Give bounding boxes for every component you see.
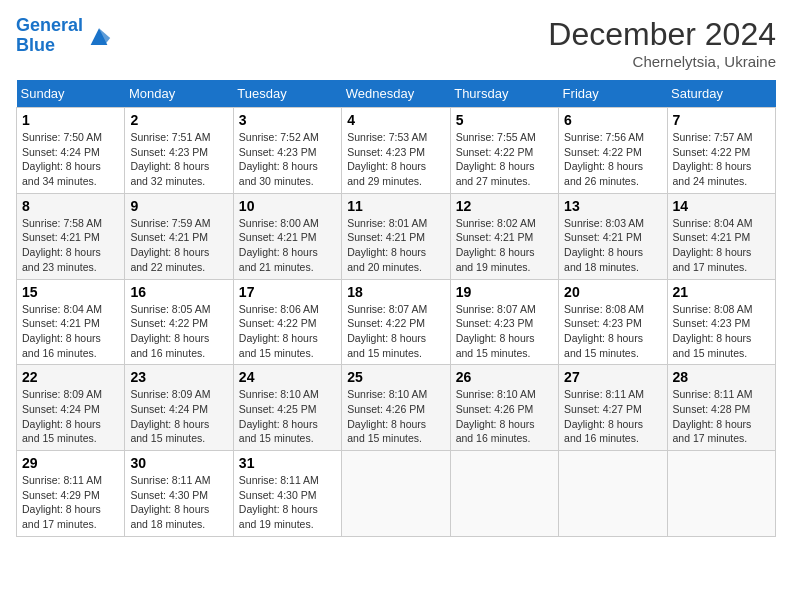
cell-info: Sunrise: 7:53 AMSunset: 4:23 PMDaylight:… (347, 130, 444, 189)
calendar-cell: 16Sunrise: 8:05 AMSunset: 4:22 PMDayligh… (125, 279, 233, 365)
day-number: 19 (456, 284, 553, 300)
calendar-table: SundayMondayTuesdayWednesdayThursdayFrid… (16, 80, 776, 537)
calendar-cell: 31Sunrise: 8:11 AMSunset: 4:30 PMDayligh… (233, 451, 341, 537)
calendar-cell: 13Sunrise: 8:03 AMSunset: 4:21 PMDayligh… (559, 193, 667, 279)
calendar-cell: 27Sunrise: 8:11 AMSunset: 4:27 PMDayligh… (559, 365, 667, 451)
calendar-cell: 18Sunrise: 8:07 AMSunset: 4:22 PMDayligh… (342, 279, 450, 365)
header: General Blue December 2024 Chernelytsia,… (16, 16, 776, 70)
cell-info: Sunrise: 7:52 AMSunset: 4:23 PMDaylight:… (239, 130, 336, 189)
calendar-cell (559, 451, 667, 537)
logo-text: General Blue (16, 16, 83, 56)
day-number: 13 (564, 198, 661, 214)
day-number: 4 (347, 112, 444, 128)
calendar-cell: 22Sunrise: 8:09 AMSunset: 4:24 PMDayligh… (17, 365, 125, 451)
calendar-cell (450, 451, 558, 537)
month-title: December 2024 (548, 16, 776, 53)
day-number: 10 (239, 198, 336, 214)
day-number: 21 (673, 284, 770, 300)
logo-blue: Blue (16, 35, 55, 55)
cell-info: Sunrise: 8:06 AMSunset: 4:22 PMDaylight:… (239, 302, 336, 361)
week-row-5: 29Sunrise: 8:11 AMSunset: 4:29 PMDayligh… (17, 451, 776, 537)
header-monday: Monday (125, 80, 233, 108)
calendar-cell: 11Sunrise: 8:01 AMSunset: 4:21 PMDayligh… (342, 193, 450, 279)
day-number: 16 (130, 284, 227, 300)
calendar-cell: 26Sunrise: 8:10 AMSunset: 4:26 PMDayligh… (450, 365, 558, 451)
cell-info: Sunrise: 8:03 AMSunset: 4:21 PMDaylight:… (564, 216, 661, 275)
cell-info: Sunrise: 7:51 AMSunset: 4:23 PMDaylight:… (130, 130, 227, 189)
calendar-cell: 9Sunrise: 7:59 AMSunset: 4:21 PMDaylight… (125, 193, 233, 279)
day-number: 30 (130, 455, 227, 471)
cell-info: Sunrise: 7:59 AMSunset: 4:21 PMDaylight:… (130, 216, 227, 275)
cell-info: Sunrise: 8:04 AMSunset: 4:21 PMDaylight:… (673, 216, 770, 275)
cell-info: Sunrise: 8:09 AMSunset: 4:24 PMDaylight:… (22, 387, 119, 446)
header-row: SundayMondayTuesdayWednesdayThursdayFrid… (17, 80, 776, 108)
cell-info: Sunrise: 8:11 AMSunset: 4:30 PMDaylight:… (239, 473, 336, 532)
cell-info: Sunrise: 8:05 AMSunset: 4:22 PMDaylight:… (130, 302, 227, 361)
day-number: 20 (564, 284, 661, 300)
logo-general: General (16, 15, 83, 35)
calendar-cell (667, 451, 775, 537)
cell-info: Sunrise: 7:57 AMSunset: 4:22 PMDaylight:… (673, 130, 770, 189)
cell-info: Sunrise: 8:08 AMSunset: 4:23 PMDaylight:… (564, 302, 661, 361)
day-number: 26 (456, 369, 553, 385)
day-number: 22 (22, 369, 119, 385)
cell-info: Sunrise: 8:08 AMSunset: 4:23 PMDaylight:… (673, 302, 770, 361)
cell-info: Sunrise: 8:10 AMSunset: 4:25 PMDaylight:… (239, 387, 336, 446)
calendar-cell: 23Sunrise: 8:09 AMSunset: 4:24 PMDayligh… (125, 365, 233, 451)
title-area: December 2024 Chernelytsia, Ukraine (548, 16, 776, 70)
calendar-cell: 20Sunrise: 8:08 AMSunset: 4:23 PMDayligh… (559, 279, 667, 365)
day-number: 18 (347, 284, 444, 300)
week-row-3: 15Sunrise: 8:04 AMSunset: 4:21 PMDayligh… (17, 279, 776, 365)
week-row-1: 1Sunrise: 7:50 AMSunset: 4:24 PMDaylight… (17, 108, 776, 194)
cell-info: Sunrise: 8:10 AMSunset: 4:26 PMDaylight:… (456, 387, 553, 446)
day-number: 29 (22, 455, 119, 471)
header-sunday: Sunday (17, 80, 125, 108)
calendar-cell: 30Sunrise: 8:11 AMSunset: 4:30 PMDayligh… (125, 451, 233, 537)
cell-info: Sunrise: 8:11 AMSunset: 4:28 PMDaylight:… (673, 387, 770, 446)
location: Chernelytsia, Ukraine (548, 53, 776, 70)
logo: General Blue (16, 16, 113, 56)
cell-info: Sunrise: 8:10 AMSunset: 4:26 PMDaylight:… (347, 387, 444, 446)
calendar-cell: 4Sunrise: 7:53 AMSunset: 4:23 PMDaylight… (342, 108, 450, 194)
calendar-cell: 29Sunrise: 8:11 AMSunset: 4:29 PMDayligh… (17, 451, 125, 537)
day-number: 11 (347, 198, 444, 214)
calendar-cell: 10Sunrise: 8:00 AMSunset: 4:21 PMDayligh… (233, 193, 341, 279)
calendar-cell: 3Sunrise: 7:52 AMSunset: 4:23 PMDaylight… (233, 108, 341, 194)
week-row-4: 22Sunrise: 8:09 AMSunset: 4:24 PMDayligh… (17, 365, 776, 451)
cell-info: Sunrise: 7:50 AMSunset: 4:24 PMDaylight:… (22, 130, 119, 189)
calendar-cell: 12Sunrise: 8:02 AMSunset: 4:21 PMDayligh… (450, 193, 558, 279)
calendar-cell: 19Sunrise: 8:07 AMSunset: 4:23 PMDayligh… (450, 279, 558, 365)
day-number: 8 (22, 198, 119, 214)
calendar-cell: 14Sunrise: 8:04 AMSunset: 4:21 PMDayligh… (667, 193, 775, 279)
calendar-cell: 5Sunrise: 7:55 AMSunset: 4:22 PMDaylight… (450, 108, 558, 194)
calendar-cell: 2Sunrise: 7:51 AMSunset: 4:23 PMDaylight… (125, 108, 233, 194)
cell-info: Sunrise: 8:04 AMSunset: 4:21 PMDaylight:… (22, 302, 119, 361)
day-number: 15 (22, 284, 119, 300)
day-number: 23 (130, 369, 227, 385)
calendar-cell: 24Sunrise: 8:10 AMSunset: 4:25 PMDayligh… (233, 365, 341, 451)
cell-info: Sunrise: 8:11 AMSunset: 4:29 PMDaylight:… (22, 473, 119, 532)
day-number: 6 (564, 112, 661, 128)
calendar-cell (342, 451, 450, 537)
cell-info: Sunrise: 8:00 AMSunset: 4:21 PMDaylight:… (239, 216, 336, 275)
day-number: 24 (239, 369, 336, 385)
cell-info: Sunrise: 7:55 AMSunset: 4:22 PMDaylight:… (456, 130, 553, 189)
cell-info: Sunrise: 8:02 AMSunset: 4:21 PMDaylight:… (456, 216, 553, 275)
calendar-cell: 1Sunrise: 7:50 AMSunset: 4:24 PMDaylight… (17, 108, 125, 194)
cell-info: Sunrise: 8:01 AMSunset: 4:21 PMDaylight:… (347, 216, 444, 275)
calendar-cell: 25Sunrise: 8:10 AMSunset: 4:26 PMDayligh… (342, 365, 450, 451)
cell-info: Sunrise: 8:09 AMSunset: 4:24 PMDaylight:… (130, 387, 227, 446)
header-thursday: Thursday (450, 80, 558, 108)
header-wednesday: Wednesday (342, 80, 450, 108)
calendar-cell: 15Sunrise: 8:04 AMSunset: 4:21 PMDayligh… (17, 279, 125, 365)
calendar-cell: 7Sunrise: 7:57 AMSunset: 4:22 PMDaylight… (667, 108, 775, 194)
day-number: 12 (456, 198, 553, 214)
day-number: 3 (239, 112, 336, 128)
day-number: 27 (564, 369, 661, 385)
logo-icon (85, 22, 113, 50)
day-number: 7 (673, 112, 770, 128)
day-number: 5 (456, 112, 553, 128)
cell-info: Sunrise: 7:58 AMSunset: 4:21 PMDaylight:… (22, 216, 119, 275)
header-friday: Friday (559, 80, 667, 108)
cell-info: Sunrise: 7:56 AMSunset: 4:22 PMDaylight:… (564, 130, 661, 189)
